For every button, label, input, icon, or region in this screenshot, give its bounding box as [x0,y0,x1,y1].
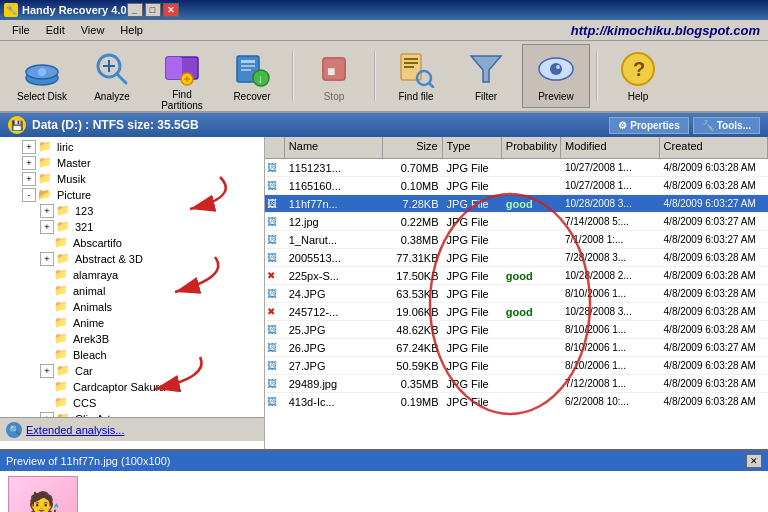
file-type-5: JPG File [443,252,502,264]
properties-button[interactable]: ⚙ Properties [609,117,688,134]
col-header-type[interactable]: Type [443,137,502,158]
tree-item-car[interactable]: + 📁 Car [38,363,262,379]
file-size-1: 0.10MB [383,180,442,192]
col-header-modified[interactable]: Modified [561,137,660,158]
tree-item-picture[interactable]: - 📂 Picture [20,187,262,203]
file-icon-10: 🖼 [265,342,285,353]
menu-edit[interactable]: Edit [38,22,73,38]
file-mod-2: 10/28/2008 3... [561,198,660,209]
tools-button[interactable]: 🔧 Tools... [693,117,760,134]
tree-item-bleach[interactable]: 📁 Bleach [38,347,262,363]
file-name-13: 413d-Ic... [285,396,384,408]
expand-liric[interactable]: + [22,140,36,154]
tree-item-321[interactable]: + 📁 321 [38,219,262,235]
svg-line-25 [429,83,433,87]
url-display: http://kimochiku.blogspot.com [571,23,768,38]
find-file-button[interactable]: Find file [382,44,450,108]
folder-alamraya-icon: 📁 [54,268,70,282]
svg-rect-13 [241,60,255,63]
recover-button[interactable]: ↓ Recover [218,44,286,108]
expand-321[interactable]: + [40,220,54,234]
expand-abstract3d[interactable]: + [40,252,54,266]
folder-abstract3d-icon: 📁 [56,252,72,266]
tree-item-anime[interactable]: 📁 Anime [38,315,262,331]
col-header-icon[interactable] [265,137,285,158]
file-created-1: 4/8/2009 6:03:28 AM [660,180,768,191]
filter-button[interactable]: Filter [452,44,520,108]
extended-analysis-link[interactable]: Extended analysis... [26,424,124,436]
menu-view[interactable]: View [73,22,113,38]
file-created-3: 4/8/2009 6:03:27 AM [660,216,768,227]
folder-321-icon: 📁 [56,220,72,234]
folder-picture-icon: 📂 [38,188,54,202]
close-button[interactable]: ✕ [163,3,179,17]
maximize-button[interactable]: □ [145,3,161,17]
preview-close-button[interactable]: ✕ [746,454,762,468]
file-name-1: 1165160... [285,180,384,192]
expand-123[interactable]: + [40,204,54,218]
expand-picture[interactable]: - [22,188,36,202]
help-button[interactable]: ? Help [604,44,672,108]
svg-rect-23 [404,66,414,68]
file-row-2[interactable]: 🖼 11hf77n... 7.28KB JPG File good 10/28/… [265,195,768,213]
file-row-10[interactable]: 🖼 26.JPG 67.24KB JPG File 8/10/2006 1...… [265,339,768,357]
tree-item-master[interactable]: + 📁 Master [20,155,262,171]
app-icon: 🔧 [4,3,18,17]
tree-item-cardcaptor[interactable]: 📁 Cardcaptor Sakura [38,379,262,395]
file-icon-3: 🖼 [265,216,285,227]
file-row-5[interactable]: 🖼 2005513... 77.31KB JPG File 7/28/2008 … [265,249,768,267]
select-disk-button[interactable]: Select Disk [8,44,76,108]
stop-button[interactable]: ■ Stop [300,44,368,108]
file-row-6[interactable]: ✖ 225px-S... 17.50KB JPG File good 10/28… [265,267,768,285]
expand-master[interactable]: + [22,156,36,170]
menu-file[interactable]: File [4,22,38,38]
tree-item-animals[interactable]: 📁 Animals [38,299,262,315]
tree-item-liric[interactable]: + 📁 liric [20,139,262,155]
file-row-1[interactable]: 🖼 1165160... 0.10MB JPG File 10/27/2008 … [265,177,768,195]
file-size-10: 67.24KB [383,342,442,354]
file-row-9[interactable]: 🖼 25.JPG 48.62KB JPG File 8/10/2006 1...… [265,321,768,339]
col-header-size[interactable]: Size [383,137,442,158]
file-row-0[interactable]: 🖼 1151231... 0.70MB JPG File 10/27/2008 … [265,159,768,177]
tree-item-alamraya[interactable]: 📁 alamraya [38,267,262,283]
tree-item-musik[interactable]: + 📁 Musik [20,171,262,187]
col-header-name[interactable]: Name [285,137,384,158]
tree-item-arek3b[interactable]: 📁 Arek3B [38,331,262,347]
menu-help[interactable]: Help [112,22,151,38]
col-header-created[interactable]: Created [660,137,768,158]
minimize-button[interactable]: _ [127,3,143,17]
tree-content[interactable]: + 📁 liric + 📁 Master + 📁 Musik - 📂 [0,137,264,417]
find-partitions-button[interactable]: Find Partitions [148,44,216,108]
file-row-11[interactable]: 🖼 27.JPG 50.59KB JPG File 8/10/2006 1...… [265,357,768,375]
expand-clipart[interactable]: + [40,412,54,417]
expand-car[interactable]: + [40,364,54,378]
file-row-13[interactable]: 🖼 413d-Ic... 0.19MB JPG File 6/2/2008 10… [265,393,768,409]
file-row-8[interactable]: ✖ 245712-... 19.06KB JPG File good 10/28… [265,303,768,321]
file-type-4: JPG File [443,234,502,246]
file-created-0: 4/8/2009 6:03:28 AM [660,162,768,173]
file-row-4[interactable]: 🖼 1_Narut... 0.38MB JPG File 7/1/2008 1:… [265,231,768,249]
tree-item-abscartifo[interactable]: 📁 Abscartifo [38,235,262,251]
tree-item-animal[interactable]: 📁 animal [38,283,262,299]
file-row-12[interactable]: 🖼 29489.jpg 0.35MB JPG File 7/12/2008 1.… [265,375,768,393]
select-disk-icon [22,49,62,89]
expand-musik[interactable]: + [22,172,36,186]
file-name-3: 12.jpg [285,216,384,228]
file-size-2: 7.28KB [383,198,442,210]
file-row-7[interactable]: 🖼 24.JPG 63.53KB JPG File 8/10/2006 1...… [265,285,768,303]
file-mod-1: 10/27/2008 1... [561,180,660,191]
preview-button[interactable]: Preview [522,44,590,108]
col-header-probability[interactable]: Probability [502,137,561,158]
tree-item-ccs[interactable]: 📁 CCS [38,395,262,411]
properties-icon: ⚙ [618,120,627,131]
file-mod-5: 7/28/2008 3... [561,252,660,263]
preview-label: Preview [538,91,574,102]
tree-item-abstract3d[interactable]: + 📁 Abstract & 3D [38,251,262,267]
file-mod-6: 10/28/2008 2... [561,270,660,281]
tree-item-123[interactable]: + 📁 123 [38,203,262,219]
help-label: Help [628,91,649,102]
file-row-3[interactable]: 🖼 12.jpg 0.22MB JPG File 7/14/2008 5:...… [265,213,768,231]
file-prob-8: good [502,306,561,318]
file-type-9: JPG File [443,324,502,336]
analyze-button[interactable]: Analyze [78,44,146,108]
